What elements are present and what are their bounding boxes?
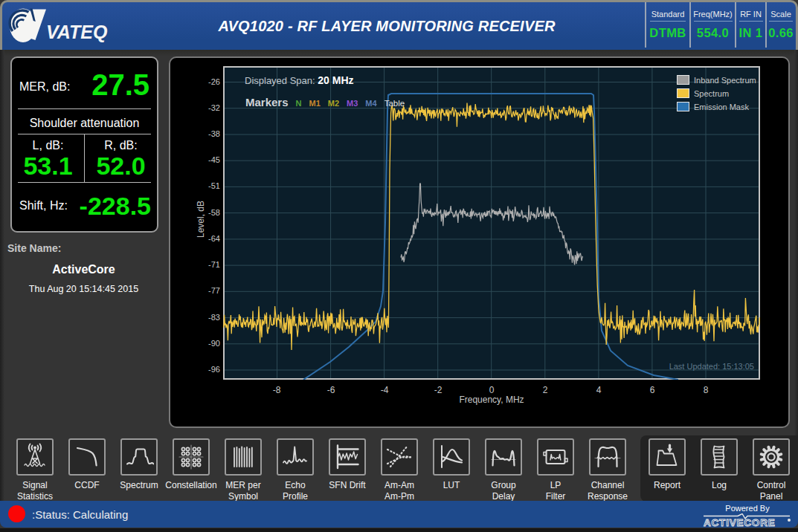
svg-text:ACTIVECORE: ACTIVECORE xyxy=(704,517,776,528)
